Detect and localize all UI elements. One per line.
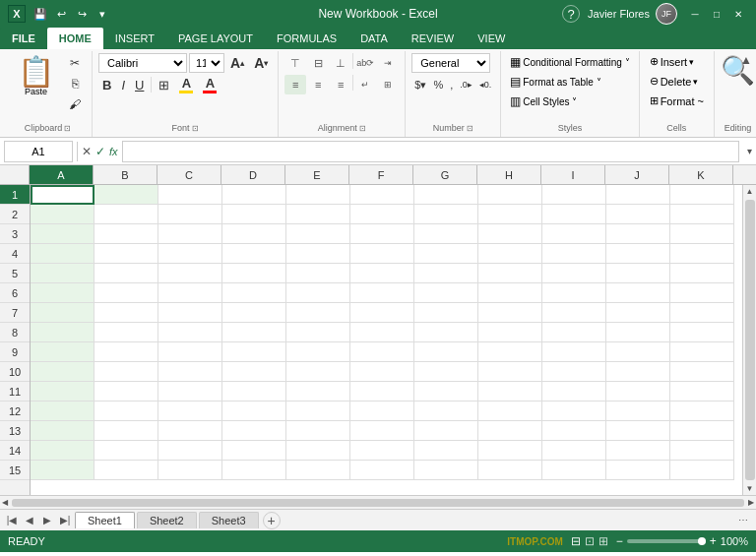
cell-K3[interactable] — [670, 224, 734, 244]
row-num-10[interactable]: 10 — [0, 362, 30, 382]
sheet-nav-last-button[interactable]: ▶| — [57, 513, 73, 528]
cell-H1[interactable] — [478, 185, 542, 205]
col-header-F[interactable]: F — [349, 165, 413, 184]
cell-A14[interactable] — [31, 441, 94, 461]
row-num-5[interactable]: 5 — [0, 264, 30, 283]
sheet-tab-sheet1[interactable]: Sheet1 — [75, 512, 135, 528]
row-num-12[interactable]: 12 — [0, 402, 30, 421]
cell-J1[interactable] — [606, 185, 670, 205]
cell-J14[interactable] — [606, 441, 670, 461]
number-expand-icon[interactable]: ⊡ — [467, 124, 473, 133]
delete-cells-button[interactable]: ⊖ Delete ▾ — [646, 73, 708, 90]
col-header-A[interactable]: A — [30, 165, 94, 184]
bottom-align-button[interactable]: ⊥ — [330, 53, 351, 73]
underline-button[interactable]: U — [131, 75, 148, 94]
cell-G12[interactable] — [414, 402, 478, 421]
cell-A15[interactable] — [31, 461, 94, 480]
middle-align-button[interactable]: ⊟ — [307, 53, 329, 73]
cell-G6[interactable] — [414, 283, 478, 303]
col-header-J[interactable]: J — [605, 165, 669, 184]
undo-qat-button[interactable]: ↩ — [52, 5, 70, 23]
col-header-H[interactable]: H — [477, 165, 541, 184]
paste-button[interactable]: 📋 Paste — [10, 53, 62, 100]
row-num-7[interactable]: 7 — [0, 303, 30, 323]
normal-view-button[interactable]: ⊟ — [571, 534, 581, 548]
maximize-button[interactable]: □ — [707, 4, 726, 24]
cell-K7[interactable] — [670, 303, 734, 323]
cell-C12[interactable] — [158, 402, 222, 421]
cell-J8[interactable] — [606, 323, 670, 342]
cell-A4[interactable] — [31, 244, 94, 264]
cell-B9[interactable] — [94, 342, 158, 362]
formula-confirm-button[interactable]: ✓ — [95, 145, 105, 158]
cell-B11[interactable] — [94, 382, 158, 402]
close-button[interactable]: ✕ — [728, 4, 748, 24]
cell-E3[interactable] — [286, 224, 350, 244]
font-expand-icon[interactable]: ⊡ — [192, 124, 199, 133]
cell-D15[interactable] — [222, 461, 286, 480]
page-break-view-button[interactable]: ⊞ — [598, 534, 608, 548]
cell-K14[interactable] — [670, 441, 734, 461]
currency-button[interactable]: $▾ — [411, 75, 429, 94]
row-num-6[interactable]: 6 — [0, 283, 30, 303]
cell-G10[interactable] — [414, 362, 478, 382]
cell-F7[interactable] — [350, 303, 414, 323]
col-header-G[interactable]: G — [413, 165, 477, 184]
cell-D3[interactable] — [222, 224, 286, 244]
cell-E13[interactable] — [286, 421, 350, 441]
font-size-selector[interactable]: 11 — [189, 53, 224, 73]
add-sheet-button[interactable]: + — [263, 512, 281, 529]
cell-reference-box[interactable] — [4, 141, 73, 162]
cell-J12[interactable] — [606, 402, 670, 421]
cell-C2[interactable] — [158, 205, 222, 224]
cell-H9[interactable] — [478, 342, 542, 362]
cell-I5[interactable] — [542, 264, 606, 283]
cell-B14[interactable] — [94, 441, 158, 461]
row-num-9[interactable]: 9 — [0, 342, 30, 362]
row-num-8[interactable]: 8 — [0, 323, 30, 342]
cell-F1[interactable] — [350, 185, 414, 205]
cell-C1[interactable] — [158, 185, 222, 205]
cell-H15[interactable] — [478, 461, 542, 480]
left-align-button[interactable]: ≡ — [284, 75, 306, 94]
cell-F3[interactable] — [350, 224, 414, 244]
cell-C9[interactable] — [158, 342, 222, 362]
cell-E9[interactable] — [286, 342, 350, 362]
cell-I8[interactable] — [542, 323, 606, 342]
cell-D13[interactable] — [222, 421, 286, 441]
qat-more-button[interactable]: ▾ — [94, 5, 111, 23]
cell-K10[interactable] — [670, 362, 734, 382]
cell-G4[interactable] — [414, 244, 478, 264]
copy-button[interactable]: ⎘ — [64, 74, 86, 93]
cell-I15[interactable] — [542, 461, 606, 480]
cell-C8[interactable] — [158, 323, 222, 342]
right-align-button[interactable]: ≡ — [330, 75, 351, 94]
cell-B7[interactable] — [94, 303, 158, 323]
cell-C10[interactable] — [158, 362, 222, 382]
cell-I11[interactable] — [542, 382, 606, 402]
formula-cancel-button[interactable]: ✕ — [82, 145, 92, 158]
cell-G15[interactable] — [414, 461, 478, 480]
top-align-button[interactable]: ⊤ — [284, 53, 306, 73]
cell-A12[interactable] — [31, 402, 94, 421]
cell-F13[interactable] — [350, 421, 414, 441]
redo-qat-button[interactable]: ↪ — [73, 5, 91, 23]
cell-H7[interactable] — [478, 303, 542, 323]
cell-E8[interactable] — [286, 323, 350, 342]
cell-D14[interactable] — [222, 441, 286, 461]
cell-I12[interactable] — [542, 402, 606, 421]
cell-A7[interactable] — [31, 303, 94, 323]
tab-formulas[interactable]: FORMULAS — [265, 28, 348, 49]
percent-button[interactable]: % — [430, 75, 446, 94]
cell-B8[interactable] — [94, 323, 158, 342]
cell-G3[interactable] — [414, 224, 478, 244]
cell-J10[interactable] — [606, 362, 670, 382]
comma-button[interactable]: , — [447, 75, 456, 94]
cell-H2[interactable] — [478, 205, 542, 224]
cell-E7[interactable] — [286, 303, 350, 323]
cell-D11[interactable] — [222, 382, 286, 402]
cell-D4[interactable] — [222, 244, 286, 264]
cell-G7[interactable] — [414, 303, 478, 323]
cell-I2[interactable] — [542, 205, 606, 224]
cell-A13[interactable] — [31, 421, 94, 441]
